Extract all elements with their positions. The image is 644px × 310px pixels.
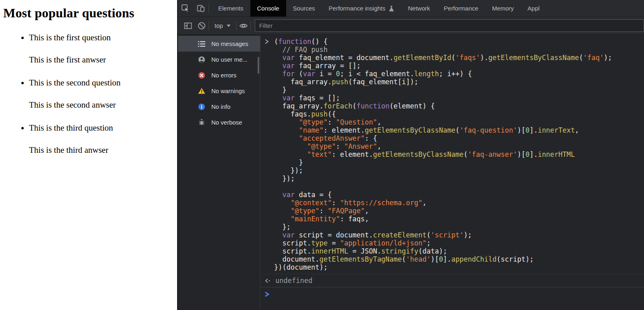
code-token: ]. [443,255,451,263]
tab-network[interactable]: Network [401,0,437,17]
code-token: }); [274,175,295,183]
context-selector[interactable]: top [209,22,236,29]
code-token: stringify [381,247,418,255]
device-toolbar-icon [196,4,205,13]
tab-memory[interactable]: Memory [485,0,520,17]
code-token: 0 [525,150,529,158]
sidebar-item-no-info[interactable]: No info [178,99,260,114]
code-line: for (var i = 0; i < faq_element.length; … [260,70,644,78]
messages-list-icon [198,40,205,48]
code-line: }; [260,223,644,231]
code-token: } [274,86,287,94]
console-toolbar: top [178,17,644,35]
code-token: ( [402,255,406,263]
tab-elements[interactable]: Elements [211,0,250,17]
inspect-element-button[interactable] [178,0,193,17]
device-toolbar-button[interactable] [193,0,208,17]
code-line: } [260,158,644,166]
code-token: 0 [525,126,529,134]
code-token: getElementById [394,54,451,62]
code-token: "name" [299,126,323,134]
sidebar-item-no-errors[interactable]: No errors [178,67,260,83]
code-token: "acceptedAnswer" [299,134,365,142]
console-result-row: undefined [260,274,644,287]
tab-performance-insights[interactable]: Performance insights [322,0,401,17]
separator [250,21,251,31]
code-token: faq_array. [274,102,324,110]
tab-label: Sources [293,5,315,12]
code-token [274,134,299,142]
code-token: type [311,239,328,247]
code-token: ]. [530,126,538,134]
code-token: = JSON. [348,247,381,255]
tab-label: Elements [218,5,244,12]
code-token: "Answer" [344,142,377,150]
error-icon [198,72,205,79]
tab-appl[interactable]: Appl [521,0,547,17]
filter-input[interactable] [255,19,644,32]
code-token: "@type" [299,118,328,126]
code-token: faq_element = document. [295,54,394,62]
code-token: function [278,37,311,46]
panel-tabs: ElementsConsoleSourcesPerformance insigh… [211,0,547,17]
code-token: function [357,102,390,110]
devtools-panel: ElementsConsoleSourcesPerformance insigh… [177,0,644,310]
tab-console[interactable]: Console [250,0,286,17]
code-token: script = document. [295,231,373,239]
sidebar-item-label: No verbose [211,119,242,126]
faq-item: This is the first question This is the f… [29,33,177,64]
code-token: : [320,207,328,215]
code-token: ( [455,126,459,134]
sidebar-item-no-verbose[interactable]: No verbose [178,114,260,130]
code-token: length [414,70,439,78]
code-line: faqs.push({ [260,110,644,118]
faq-answer: This is the second anwser [29,101,177,109]
sidebar-item-no-messages[interactable]: No messages [178,36,260,52]
code-token: 0 [336,70,340,78]
code-token: 'faq-anwser' [468,150,517,158]
console-messages: (function() { // FAQ push var faq_elemen… [260,35,644,310]
console-prompt[interactable] [260,287,644,299]
code-token [274,70,282,78]
code-line: "text": element.getElementsByClassName('… [260,150,644,158]
code-line: // FAQ push [260,46,644,54]
sidebar-item-no-user-me-[interactable]: No user me... [178,52,260,67]
scrollbar-thumb[interactable] [258,57,259,74]
console-content: No messagesNo user me...No errorsNo warn… [178,35,644,310]
code-token [274,231,282,239]
console-command-echo: (function() { // FAQ push var faq_elemen… [260,35,644,274]
code-token: : [328,118,336,126]
code-line: faq_array.forEach(function(element) { [260,102,644,110]
web-page: Most popular questions This is the first… [0,0,177,310]
separator [208,4,209,13]
faq-answer: This is the third anwser [29,146,177,154]
code-line: } [260,86,644,94]
code-token: ( [295,70,303,78]
code-token: "@type" [291,207,320,215]
code-line: "@context": "https://schema.org", [260,199,644,207]
sidebar-item-no-warnings[interactable]: No warnings [178,83,260,99]
code-token: getElementsByClassName [373,150,464,158]
clear-console-button[interactable] [195,19,208,33]
result-value: undefined [275,277,312,285]
console-sidebar: No messagesNo user me...No errorsNo warn… [178,35,260,310]
eye-icon [239,21,248,31]
code-token: "https://schema.org" [340,199,423,207]
faq-answer: This is the first anwser [29,56,177,64]
code-token: ; [427,239,431,247]
tab-sources[interactable]: Sources [286,0,322,17]
code-token: (faq_element[i]); [348,78,418,86]
code-line: "mainEntity": faqs, [260,215,644,223]
code-token: getElementsByClassName [365,126,455,134]
code-token: ); [464,231,472,239]
code-token: , [365,207,369,215]
tab-performance[interactable]: Performance [437,0,485,17]
toggle-sidebar-button[interactable] [181,19,195,33]
code-token: // FAQ push [282,46,328,54]
code-token: 'faq' [583,54,604,62]
live-expression-button[interactable] [237,19,250,33]
code-token: , [575,126,579,134]
code-token: (element) { [390,102,435,110]
code-line: document.getElementsByTagName('head')[0]… [260,255,644,263]
code-token [274,142,307,150]
